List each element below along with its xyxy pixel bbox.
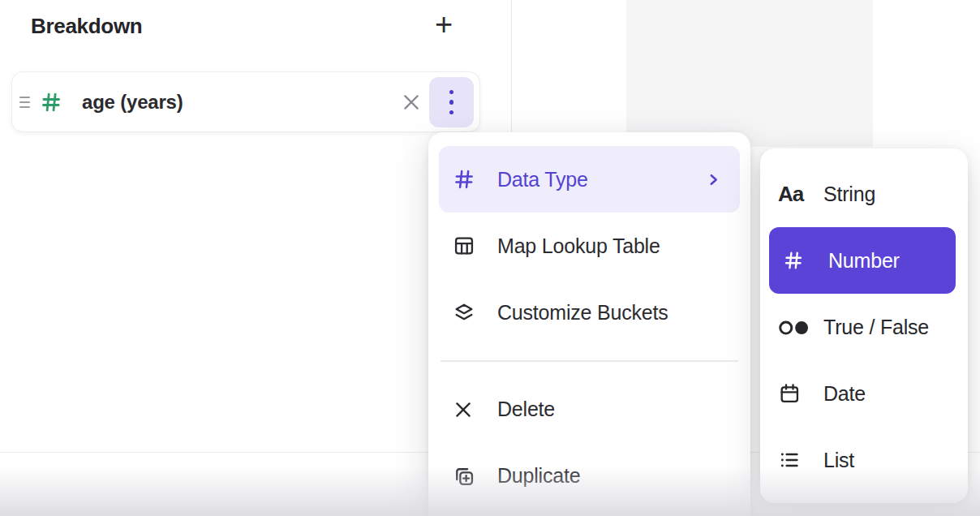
menu-item-delete[interactable]: Delete bbox=[428, 376, 750, 443]
breakdown-field-chip[interactable]: age (years) bbox=[11, 71, 480, 132]
copy-plus-icon bbox=[453, 465, 480, 488]
menu-item-label: Customize Buckets bbox=[497, 301, 668, 325]
field-context-menu: Data Type Map Lookup Table bbox=[428, 132, 750, 516]
data-type-submenu: Aa String Number True / False bbox=[760, 148, 968, 503]
submenu-item-label: True / False bbox=[823, 316, 929, 339]
list-icon bbox=[778, 449, 812, 471]
menu-item-label: Data Type bbox=[497, 168, 588, 191]
number-type-hash-icon bbox=[40, 91, 62, 114]
x-icon bbox=[453, 399, 480, 420]
menu-item-data-type[interactable]: Data Type bbox=[439, 146, 740, 213]
submenu-item-label: Number bbox=[828, 249, 900, 273]
menu-item-map-lookup-table[interactable]: Map Lookup Table bbox=[428, 213, 750, 279]
add-breakdown-button[interactable]: + bbox=[426, 5, 462, 44]
field-label: age (years) bbox=[82, 91, 183, 114]
content-placeholder-panel bbox=[626, 0, 873, 147]
table-icon bbox=[453, 234, 480, 257]
menu-item-label: Duplicate bbox=[497, 464, 580, 488]
menu-item-customize-buckets[interactable]: Customize Buckets bbox=[428, 279, 750, 346]
x-icon bbox=[401, 92, 422, 113]
menu-item-duplicate[interactable]: Duplicate bbox=[428, 443, 750, 510]
menu-divider bbox=[441, 360, 738, 362]
drag-handle-icon[interactable] bbox=[16, 93, 33, 111]
submenu-item-number[interactable]: Number bbox=[769, 227, 956, 294]
hash-icon bbox=[453, 168, 480, 191]
submenu-item-label: List bbox=[823, 449, 854, 472]
app-screen: Breakdown + age (years) bbox=[0, 0, 980, 516]
menu-item-label: Map Lookup Table bbox=[497, 234, 660, 258]
submenu-item-date[interactable]: Date bbox=[760, 360, 968, 427]
menu-item-label: Delete bbox=[497, 398, 555, 421]
submenu-item-true-false[interactable]: True / False bbox=[760, 294, 968, 360]
submenu-item-string[interactable]: Aa String bbox=[760, 161, 968, 227]
hash-icon bbox=[783, 250, 817, 271]
boolean-icon bbox=[778, 317, 812, 338]
submenu-item-label: String bbox=[823, 183, 875, 206]
text-icon: Aa bbox=[778, 182, 812, 207]
remove-field-button[interactable] bbox=[393, 84, 429, 120]
page-title: Breakdown bbox=[31, 14, 142, 39]
submenu-item-label: Date bbox=[823, 382, 866, 406]
stack-icon bbox=[453, 301, 480, 324]
field-options-kebab-button[interactable] bbox=[429, 77, 474, 127]
chevron-right-icon bbox=[707, 173, 720, 187]
calendar-icon bbox=[778, 382, 812, 405]
kebab-icon bbox=[449, 90, 454, 95]
submenu-item-list[interactable]: List bbox=[760, 427, 968, 493]
